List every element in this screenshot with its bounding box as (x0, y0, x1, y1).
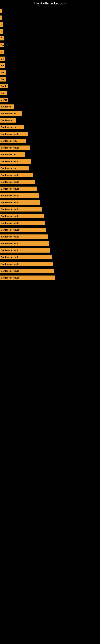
bar-item: Bottleneck res (0, 152, 25, 157)
bar-item: B (0, 36, 3, 40)
bar-item: Bo (0, 56, 5, 61)
site-title: TheBottlenecker.com (0, 0, 100, 6)
bar-item: Bottleneck result (0, 200, 40, 205)
bar-item: Bottleneck result (0, 276, 55, 280)
bar-row: B (0, 49, 100, 55)
bar-row: Bottl (0, 83, 100, 89)
bar-item: Bottleneck result (0, 269, 54, 273)
bar-row: Bo (0, 63, 100, 68)
bar-row: Bottleneck result (0, 275, 100, 280)
bar-row: Bottleneck result (0, 227, 100, 233)
bar-item: Bottleneck result (0, 207, 42, 212)
bar-row (0, 8, 100, 14)
bar-item: Bott (0, 91, 7, 95)
bar-row: Bottleneck result (0, 200, 100, 205)
bar-item: Bottleneck result (0, 248, 50, 252)
bar-item: Bottleneck result (0, 228, 46, 232)
bar-row: Bottleneck res (0, 111, 100, 116)
bar-row: Bottleneck result (0, 193, 100, 198)
bar-row: Bottleneck result (0, 158, 100, 164)
bar-item: Bottleneck result (0, 132, 28, 136)
bar-row: Bottleneck result (0, 234, 100, 240)
bar-item: Bottleneck result (0, 255, 51, 260)
bar-row: Bo (0, 56, 100, 62)
bar-row: Bottlenec (0, 104, 100, 110)
bar-row: Bottleneck result (0, 179, 100, 185)
bar-item: Bottleneck result (0, 186, 37, 191)
bar-item: Bo (0, 70, 6, 75)
bar-row: Bottleneck result (0, 131, 100, 137)
bar-row: P (0, 15, 100, 20)
bar-item (0, 9, 1, 13)
bar-item: Bottleneck result (0, 159, 31, 164)
bar-row: Bottleneck result (0, 241, 100, 246)
bar-row: Bo (0, 70, 100, 75)
bar-row: Bottleneck result (0, 172, 100, 178)
bar-item: E (0, 22, 3, 27)
bar-item: B (0, 29, 3, 34)
bar-row: Bottleneck result (0, 261, 100, 267)
bar-row: Bottleneck resu (0, 138, 100, 144)
bar-item: Bottle (0, 98, 8, 102)
bar-row: Bottleneck result (0, 268, 100, 274)
bar-item: Bottleneck (0, 118, 16, 122)
bar-item: Bottleneck resu (0, 166, 29, 170)
bar-item: Bottleneck result (0, 194, 39, 198)
bar-item: Bo (0, 64, 5, 68)
bar-item: Bottleneck result (0, 173, 33, 177)
bar-row: B (0, 28, 100, 34)
bar-row: E (0, 22, 100, 27)
bar-item: Bottleneck resu (0, 139, 26, 143)
bar-item: B (0, 50, 4, 54)
bar-item: Bottleneck result (0, 241, 49, 246)
bar-row: Bot (0, 76, 100, 82)
bar-row: Bottleneck result (0, 248, 100, 253)
bar-row: B (0, 36, 100, 41)
bar-row: Bottleneck result (0, 220, 100, 226)
bar-item: Bo (0, 43, 4, 47)
bar-row: Bottleneck result (0, 213, 100, 219)
bar-row: Bottleneck resu (0, 166, 100, 171)
bar-row: Bottleneck resu (0, 124, 100, 130)
bar-item: Bottleneck result (0, 146, 30, 150)
bar-row: Bottleneck result (0, 186, 100, 192)
bar-item: P (0, 16, 2, 20)
bar-row: Bo (0, 42, 100, 48)
bar-row: Bottleneck res (0, 152, 100, 158)
bar-row: Bottleneck result (0, 206, 100, 212)
bar-item: Bottleneck result (0, 180, 35, 184)
bar-item: Bottleneck res (0, 111, 22, 116)
bar-item: Bot (0, 77, 6, 82)
bar-row: Bottleneck (0, 118, 100, 123)
bars-container: PEBBBoBBoBoBoBotBottlBottBottleBottlenec… (0, 6, 100, 282)
bar-item: Bottleneck result (0, 214, 44, 218)
bar-item: Bottleneck resu (0, 125, 24, 130)
bar-row: Bottleneck result (0, 254, 100, 260)
bar-row: Bott (0, 90, 100, 96)
bar-item: Bottleneck result (0, 234, 48, 239)
bar-item: Bottlenec (0, 104, 14, 109)
bar-item: Bottl (0, 84, 8, 88)
bar-row: Bottleneck result (0, 145, 100, 150)
bar-item: Bottleneck result (0, 221, 45, 225)
bar-row: Bottle (0, 97, 100, 103)
bar-item: Bottleneck result (0, 262, 53, 266)
